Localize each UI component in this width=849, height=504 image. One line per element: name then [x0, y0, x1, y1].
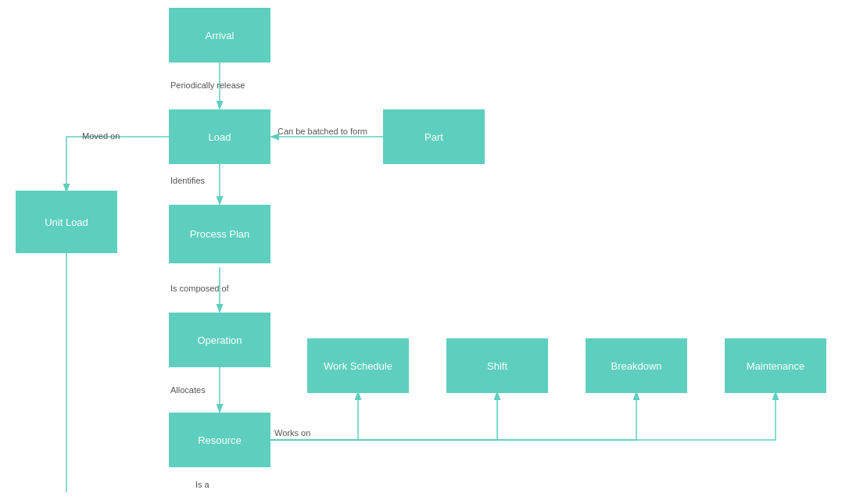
label-is-composed-of: Is composed of	[170, 284, 229, 293]
label-is-a: Is a	[195, 480, 210, 489]
label-works-on: Works on	[274, 428, 310, 438]
label-periodically-release: Periodically release	[170, 80, 245, 90]
node-breakdown: Breakdown	[586, 338, 687, 393]
node-resource: Resource	[169, 413, 270, 467]
label-moved-on: Moved on	[82, 131, 120, 141]
node-maintenance: Maintenance	[725, 338, 826, 393]
node-load: Load	[169, 109, 270, 164]
label-can-be-batched: Can be batched to form	[278, 126, 367, 138]
node-arrival: Arrival	[169, 8, 270, 63]
node-shift: Shift	[446, 338, 548, 393]
node-part: Part	[383, 109, 485, 164]
label-allocates: Allocates	[170, 385, 206, 395]
node-work-schedule: Work Schedule	[307, 338, 409, 393]
arrows-svg	[0, 0, 849, 504]
node-operation: Operation	[169, 313, 270, 367]
diagram-container: Arrival Load Part Unit Load Process Plan…	[0, 0, 849, 504]
label-identifies: Identifies	[170, 176, 205, 185]
node-unit-load: Unit Load	[16, 191, 117, 253]
node-process-plan: Process Plan	[169, 205, 270, 263]
